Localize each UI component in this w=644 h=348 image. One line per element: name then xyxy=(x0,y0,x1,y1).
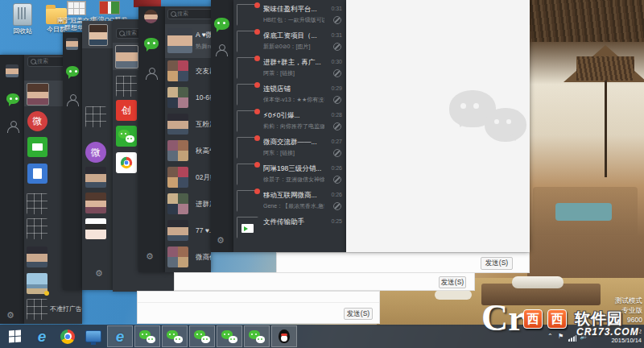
chat-list-item[interactable]: 保底工资项目（... 0:31 新新⊘0⊘0：[图片] xyxy=(233,29,346,56)
list-item[interactable]: 互粉加好... xyxy=(165,111,211,138)
list-item-label: 02月赚数... xyxy=(196,173,211,183)
chat-title: 移动互联网微商... xyxy=(263,191,321,199)
chuang-app-icon[interactable]: 创 xyxy=(116,100,137,121)
settings-gear-icon[interactable]: ⚙ xyxy=(217,236,225,245)
chat-title: 连锁店铺 xyxy=(263,85,321,93)
taskbar-ie-pinned[interactable]: e xyxy=(29,325,55,347)
chat-list-item[interactable]: 连锁店铺 0:29 保本华-v13：★★你有没有这... xyxy=(233,82,346,109)
list-item[interactable]: 交友群 xyxy=(165,58,211,85)
chats-icon[interactable] xyxy=(66,66,79,77)
list-item[interactable] xyxy=(115,45,138,68)
start-button[interactable] xyxy=(2,325,27,347)
settings-gear-icon[interactable]: ⚙ xyxy=(6,311,14,320)
chat-list-item[interactable]: 阿琳198三级分销... 0:26 徐晨子：亚洲微信女神徐晨... xyxy=(233,162,346,188)
umbrella-thatch-2 xyxy=(576,56,634,81)
list-item[interactable]: 进群加群主... xyxy=(165,191,211,218)
list-item[interactable] xyxy=(27,299,47,320)
taskbar-wechat-4[interactable] xyxy=(217,325,242,347)
avatar[interactable] xyxy=(6,64,19,77)
chats-icon[interactable] xyxy=(6,93,19,104)
contacts-icon[interactable] xyxy=(67,94,78,106)
list-item[interactable] xyxy=(85,106,106,127)
selected-chat-row[interactable]: A ♥微信... 热舞rear xyxy=(165,24,211,58)
list-item[interactable] xyxy=(27,218,47,239)
taskbar-computer[interactable] xyxy=(80,325,106,347)
wechat-chat-area xyxy=(346,0,530,252)
chat-title: 聚味佳盈利平台... xyxy=(263,5,321,13)
chat-list-item[interactable]: 移动互联网微商... 0:26 Gene：【最浓黑香水,急需送... xyxy=(233,188,346,215)
send-button-3[interactable]: 发送(S) xyxy=(344,308,373,320)
list-item[interactable] xyxy=(27,246,47,267)
chat-list-item[interactable]: 聚味佳盈利平台... 0:31 HB红包：一款升级版可以安... xyxy=(233,2,346,29)
file-transfer-icon[interactable] xyxy=(27,137,47,157)
chats-icon[interactable] xyxy=(214,18,229,30)
list-item[interactable] xyxy=(85,167,106,188)
list-item[interactable]: 02月赚数... xyxy=(165,164,211,191)
list-item[interactable] xyxy=(85,193,106,213)
taskbar-wechat-3[interactable] xyxy=(189,325,215,347)
list-item[interactable]: 77 ♥... xyxy=(165,218,211,244)
document-app-icon[interactable] xyxy=(27,164,47,184)
list-item-label: 互粉加好... xyxy=(196,120,211,130)
chat-list-item[interactable]: 文件传输助手 0:25 xyxy=(233,215,346,242)
wechat-icon xyxy=(194,330,210,343)
watermark-url: CR173.COM xyxy=(576,326,639,338)
chats-icon[interactable] xyxy=(144,38,159,49)
list-item[interactable] xyxy=(27,273,47,294)
list-item[interactable]: 秋高气爽... xyxy=(165,138,211,164)
send-button-1[interactable]: 发送(S) xyxy=(481,257,513,270)
avatar[interactable] xyxy=(66,38,78,50)
tencent-app-icon[interactable] xyxy=(116,152,137,173)
avatar[interactable] xyxy=(144,10,158,23)
chat-list-item[interactable]: ⚡0⚡0引爆... 0:28 莉莉：向你推荐了电监微商 xyxy=(233,109,346,135)
list-item[interactable] xyxy=(27,83,49,106)
avatar xyxy=(167,246,188,267)
taskbar-chrome[interactable] xyxy=(55,325,80,347)
contacts-icon[interactable] xyxy=(7,121,19,132)
wechat-front-sidebar: ⚙ xyxy=(211,0,233,252)
list-item[interactable] xyxy=(89,24,108,46)
taskbar-wechat-2[interactable] xyxy=(162,325,188,347)
recycle-bin-icon xyxy=(13,3,32,26)
unread-badge xyxy=(254,188,260,194)
search-input[interactable]: 搜索 xyxy=(167,9,211,19)
contacts-icon[interactable] xyxy=(216,44,227,56)
taskbar-wechat-1[interactable] xyxy=(134,325,160,347)
weishang-logo-icon[interactable]: 微 xyxy=(85,142,106,163)
chat-list-item[interactable]: 进群+群主，再广... 0:30 阿茶：[链接] xyxy=(233,56,346,82)
list-item[interactable] xyxy=(85,218,106,239)
chat-subtitle: Gene：【最浓黑香水,急需送... xyxy=(263,202,324,209)
list-item[interactable] xyxy=(116,76,137,97)
settings-gear-icon[interactable]: ⚙ xyxy=(146,252,154,261)
chat-list: 交友群 10-6教育... 互粉加好... 秋高气爽... xyxy=(165,58,211,271)
taskbar-wechat-5[interactable] xyxy=(244,325,270,347)
search-icon xyxy=(31,59,36,64)
chat-time: 0:30 xyxy=(331,59,342,64)
chat-list-item[interactable]: 微商交流群——... 0:27 阿东：[链接] xyxy=(233,135,346,162)
settings-gear-icon[interactable]: ⚙ xyxy=(95,269,103,278)
site-watermark: Cr 西 西 软件园 CR173.COM xyxy=(481,301,644,343)
taskbar-qq[interactable] xyxy=(271,325,297,347)
chat-time: 0:28 xyxy=(331,112,342,118)
weidian-logo-icon[interactable]: 微 xyxy=(27,111,47,131)
contacts-icon[interactable] xyxy=(146,68,157,79)
list-item-label: 秋高气爽... xyxy=(196,147,211,156)
wechat-logo-watermark-icon-2 xyxy=(485,108,526,142)
message-input-area-1[interactable]: 发送(S) xyxy=(276,252,530,273)
wechat-app-icon[interactable] xyxy=(116,126,137,147)
list-item[interactable] xyxy=(27,193,47,214)
wechat-icon xyxy=(249,330,265,343)
message-input-area-3[interactable]: 发送(S) xyxy=(137,291,380,324)
list-item[interactable]: 10-6教育... xyxy=(165,85,211,111)
message-input-area-2[interactable]: 发送(S) xyxy=(174,272,475,291)
group-avatar xyxy=(237,57,258,79)
mute-icon xyxy=(333,122,341,130)
grid-thumbnail-icon xyxy=(67,1,86,15)
list-item[interactable]: 微商创业加... xyxy=(165,244,211,271)
taskbar-ie-running[interactable]: e xyxy=(107,325,133,347)
list-item-label: 77 ♥... xyxy=(196,226,211,234)
towel xyxy=(512,276,564,288)
wechat-icon xyxy=(167,330,183,343)
list-item-label: 微商创业加... xyxy=(196,253,211,263)
send-button-2[interactable]: 发送(S) xyxy=(439,276,466,288)
